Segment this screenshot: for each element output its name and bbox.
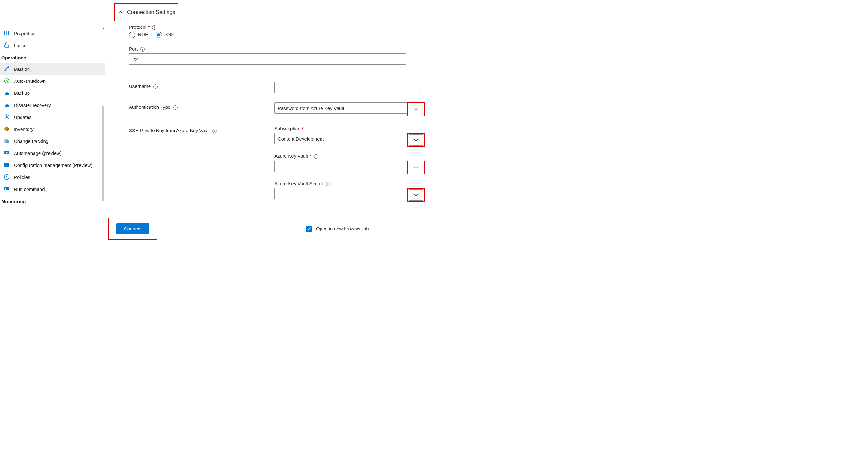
chevron-down-icon[interactable] (409, 134, 423, 146)
divider (118, 3, 564, 3)
protocol-label: Protocol * i (129, 24, 862, 30)
svg-point-6 (5, 105, 6, 107)
svg-rect-24 (5, 166, 7, 166)
sidebar-section-monitoring: Monitoring (0, 195, 105, 207)
sidebar-item-label: Disaster recovery (14, 102, 51, 108)
sidebar-scrollbar[interactable]: ▲ (101, 27, 105, 246)
automanage-icon (4, 150, 9, 156)
scrollbar-thumb[interactable] (102, 106, 104, 201)
username-label: Username i (129, 82, 274, 89)
sidebar-item-policies[interactable]: Policies (0, 171, 105, 183)
lock-icon (4, 42, 9, 48)
info-icon[interactable]: i (152, 25, 156, 30)
auth-type-select[interactable]: Password from Azure Key Vault (274, 102, 432, 116)
info-icon[interactable]: i (212, 129, 217, 133)
protocol-rdp-radio[interactable]: RDP (129, 32, 149, 38)
info-icon[interactable]: i (314, 154, 318, 159)
policies-icon (4, 174, 9, 180)
sidebar-section-operations: Operations (0, 51, 105, 63)
sidebar-item-backup[interactable]: Backup (0, 87, 105, 99)
chevron-down-icon[interactable] (409, 104, 423, 115)
sidebar-item-bastion[interactable]: Bastion (0, 63, 105, 75)
auth-type-dropdown-highlight (407, 102, 425, 116)
sidebar-item-auto-shutdown[interactable]: Auto-shutdown (0, 75, 105, 87)
protocol-ssh-radio[interactable]: SSH (156, 32, 175, 38)
svg-point-7 (6, 116, 8, 118)
sidebar-item-label: Properties (14, 31, 35, 36)
required-star: * (148, 24, 150, 30)
sidebar-item-automanage[interactable]: Automanage (preview) (0, 147, 105, 159)
backup-icon (4, 90, 9, 96)
sidebar-item-label: Run command (14, 187, 45, 192)
svg-rect-26 (4, 187, 9, 190)
key-vault-secret-dropdown-highlight (407, 188, 425, 202)
subscription-dropdown-highlight (407, 133, 425, 147)
info-icon[interactable]: i (153, 85, 158, 89)
tracking-icon (4, 138, 9, 144)
username-input[interactable] (274, 82, 421, 93)
gear-icon (4, 114, 9, 120)
svg-line-12 (5, 115, 5, 116)
sidebar-item-change-tracking[interactable]: Change tracking (0, 135, 105, 147)
required-star: * (309, 153, 311, 159)
port-input[interactable] (129, 54, 406, 65)
chevron-up-icon (118, 10, 123, 14)
info-icon[interactable]: i (326, 182, 330, 186)
sidebar-item-configuration-management[interactable]: Configuration management (Preview) (0, 159, 105, 171)
connection-settings-highlight: Connection Settings (115, 3, 178, 21)
svg-point-25 (6, 176, 7, 177)
svg-line-15 (8, 115, 8, 116)
connection-settings-header[interactable]: Connection Settings (115, 4, 178, 21)
svg-rect-1 (6, 31, 7, 35)
subscription-label: Subscription * (274, 126, 432, 131)
svg-rect-0 (4, 31, 5, 35)
port-label: Port i (129, 46, 862, 52)
key-vault-secret-label: Azure Key Vault Secret i (274, 181, 432, 186)
config-icon (4, 162, 9, 168)
required-star: * (302, 126, 304, 131)
checkbox-checked-icon (306, 226, 312, 232)
scroll-up-icon[interactable]: ▲ (102, 27, 105, 30)
sidebar-item-inventory[interactable]: Inventory (0, 123, 105, 135)
open-new-tab-checkbox[interactable]: Open in new browser tab (306, 226, 369, 232)
key-vault-dropdown-highlight (407, 161, 425, 174)
connect-button[interactable]: Connect (116, 223, 149, 234)
svg-rect-23 (5, 165, 8, 165)
radio-icon (129, 32, 135, 38)
svg-point-4 (8, 66, 9, 68)
key-vault-secret-select[interactable] (274, 188, 432, 202)
sidebar-item-locks[interactable]: Locks (0, 39, 105, 51)
svg-point-20 (6, 152, 8, 154)
svg-rect-3 (5, 45, 8, 47)
sidebar-item-run-command[interactable]: Run command (0, 183, 105, 195)
key-vault-select[interactable] (274, 161, 432, 174)
sidebar-item-properties[interactable]: Properties (0, 27, 105, 39)
radio-label: SSH (164, 32, 175, 38)
chevron-down-icon[interactable] (409, 162, 423, 173)
sidebar-item-label: Automanage (preview) (14, 151, 62, 156)
sidebar-item-label: Configuration management (Preview) (14, 162, 92, 168)
sidebar-item-disaster-recovery[interactable]: Disaster recovery (0, 99, 105, 111)
svg-rect-2 (8, 31, 8, 35)
svg-rect-19 (6, 155, 8, 155)
run-icon (4, 186, 9, 192)
sidebar-item-label: Auto-shutdown (14, 78, 45, 84)
svg-rect-22 (5, 164, 8, 164)
box-icon (4, 126, 9, 132)
connect-button-highlight: Connect (108, 218, 157, 239)
properties-icon (4, 30, 9, 36)
sidebar-item-label: Locks (14, 43, 26, 48)
sidebar-item-label: Backup (14, 90, 30, 96)
chevron-down-icon[interactable] (409, 189, 423, 201)
radio-label: RDP (138, 32, 149, 38)
info-icon[interactable]: i (173, 105, 178, 110)
section-title: Connection Settings (127, 9, 175, 15)
sidebar-item-updates[interactable]: Updates (0, 111, 105, 123)
protocol-radio-group: RDP SSH (129, 32, 862, 38)
dr-icon (4, 102, 9, 108)
sidebar-item-label: Policies (14, 174, 30, 180)
info-icon[interactable]: i (141, 47, 145, 52)
divider (115, 73, 411, 73)
svg-line-13 (8, 118, 8, 119)
subscription-select[interactable]: Content Development (274, 133, 432, 147)
